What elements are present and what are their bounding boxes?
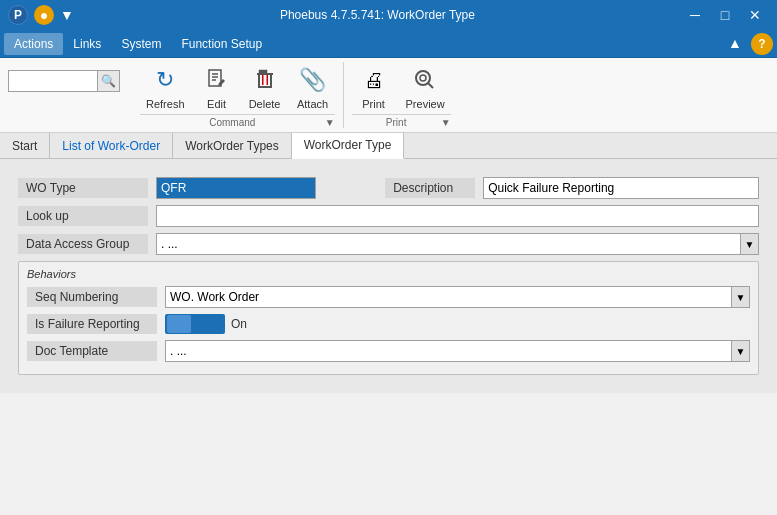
svg-rect-9: [262, 75, 264, 85]
menu-bar: Actions Links System Function Setup ▲ ?: [0, 30, 777, 58]
print-icon: 🖨: [358, 64, 390, 96]
doc-template-value: . ...: [170, 344, 727, 358]
seq-numbering-row: Seq Numbering WO. Work Order ▼: [27, 286, 750, 308]
refresh-label: Refresh: [146, 98, 185, 110]
print-button[interactable]: 🖨 Print: [352, 62, 396, 112]
minimize-button[interactable]: ─: [681, 5, 709, 25]
failure-reporting-row: Is Failure Reporting On: [27, 314, 750, 334]
svg-point-12: [420, 75, 426, 81]
breadcrumb-start[interactable]: Start: [0, 133, 50, 159]
lookup-input[interactable]: [156, 205, 759, 227]
data-access-group-dropdown[interactable]: ▼: [741, 233, 759, 255]
preview-button[interactable]: Preview: [400, 62, 451, 112]
maximize-button[interactable]: □: [711, 5, 739, 25]
data-access-group-value: . ...: [161, 237, 736, 251]
menu-item-actions[interactable]: Actions: [4, 33, 63, 55]
refresh-icon: ↻: [149, 64, 181, 96]
svg-rect-8: [258, 86, 272, 88]
preview-icon: [409, 64, 441, 96]
title-text: Phoebus 4.7.5.741: WorkOrder Type: [280, 8, 475, 22]
menu-item-links[interactable]: Links: [63, 33, 111, 55]
breadcrumb-list-workorder[interactable]: List of Work-Order: [50, 133, 173, 159]
delete-icon: [249, 64, 281, 96]
close-button[interactable]: ✕: [741, 5, 769, 25]
title-bar-left: P ● ▼: [8, 5, 74, 25]
search-button[interactable]: 🔍: [98, 70, 120, 92]
breadcrumb-workorder-types[interactable]: WorkOrder Types: [173, 133, 292, 159]
menu-item-system[interactable]: System: [111, 33, 171, 55]
refresh-button[interactable]: ↻ Refresh: [140, 62, 191, 112]
seq-numbering-wrapper: WO. Work Order ▼: [165, 286, 750, 308]
edit-button[interactable]: Edit: [195, 62, 239, 112]
toolbar-print-section: 🖨 Print Preview Print ▼: [344, 62, 459, 128]
failure-toggle[interactable]: [165, 314, 225, 334]
command-expand-icon: ▼: [325, 117, 335, 128]
command-label: Command: [140, 117, 325, 128]
doc-template-wrapper: . ... ▼: [165, 340, 750, 362]
menu-bar-right: ▲ ?: [723, 33, 773, 55]
svg-rect-4: [259, 70, 267, 73]
form-panel: WO Type Description Quick Failure Report…: [10, 169, 767, 383]
data-access-group-wrapper: . ... ▼: [156, 233, 759, 255]
search-icon: 🔍: [101, 74, 116, 88]
app-icon-gold: ●: [34, 5, 54, 25]
attach-icon: 📎: [297, 64, 329, 96]
lookup-label: Look up: [18, 206, 148, 226]
search-input[interactable]: [8, 70, 98, 92]
edit-icon: [201, 64, 233, 96]
toggle-state-label: On: [231, 317, 247, 331]
doc-template-row: Doc Template . ... ▼: [27, 340, 750, 362]
behaviors-title: Behaviors: [27, 268, 750, 280]
toggle-thumb: [167, 315, 191, 333]
behaviors-section: Behaviors Seq Numbering WO. Work Order ▼…: [18, 261, 759, 375]
svg-rect-10: [266, 75, 268, 85]
toolbar-command-buttons: ↻ Refresh Edit: [140, 62, 335, 112]
print-label: Print: [362, 98, 385, 110]
title-bar: P ● ▼ Phoebus 4.7.5.741: WorkOrder Type …: [0, 0, 777, 30]
wo-type-input[interactable]: [156, 177, 316, 199]
print-section-label: Print: [352, 117, 441, 128]
attach-button[interactable]: 📎 Attach: [291, 62, 335, 112]
svg-point-11: [416, 71, 430, 85]
collapse-button[interactable]: ▲: [723, 33, 747, 53]
seq-numbering-label: Seq Numbering: [27, 287, 157, 307]
breadcrumb-workorder-type[interactable]: WorkOrder Type: [292, 133, 405, 159]
attach-label: Attach: [297, 98, 328, 110]
toolbar-command-section: ↻ Refresh Edit: [132, 62, 344, 128]
edit-label: Edit: [207, 98, 226, 110]
failure-reporting-label: Is Failure Reporting: [27, 314, 157, 334]
toolbar: 🔍 ↻ Refresh Edit: [0, 58, 777, 133]
seq-numbering-dropdown[interactable]: ▼: [732, 286, 750, 308]
preview-label: Preview: [406, 98, 445, 110]
data-access-group-label: Data Access Group: [18, 234, 148, 254]
lookup-row: Look up: [18, 205, 759, 227]
breadcrumb: Start List of Work-Order WorkOrder Types…: [0, 133, 777, 159]
toolbar-print-buttons: 🖨 Print Preview: [352, 62, 451, 112]
quick-access-icon: ▼: [60, 7, 74, 23]
svg-rect-5: [257, 73, 273, 75]
wo-type-label: WO Type: [18, 178, 148, 198]
seq-numbering-value: WO. Work Order: [170, 290, 727, 304]
doc-template-dropdown[interactable]: ▼: [732, 340, 750, 362]
toggle-container: On: [165, 314, 247, 334]
print-expand-icon: ▼: [441, 117, 451, 128]
description-label: Description: [385, 178, 475, 198]
menu-item-function-setup[interactable]: Function Setup: [171, 33, 272, 55]
delete-button[interactable]: Delete: [243, 62, 287, 112]
doc-template-label: Doc Template: [27, 341, 157, 361]
svg-line-13: [428, 83, 433, 88]
wo-type-row: WO Type Description Quick Failure Report…: [18, 177, 759, 199]
title-controls: ─ □ ✕: [681, 5, 769, 25]
delete-label: Delete: [249, 98, 281, 110]
main-content: WO Type Description Quick Failure Report…: [0, 159, 777, 393]
toolbar-search: 🔍: [8, 70, 120, 92]
app-icon-p: P: [8, 5, 28, 25]
help-button[interactable]: ?: [751, 33, 773, 55]
data-access-group-row: Data Access Group . ... ▼: [18, 233, 759, 255]
description-value: Quick Failure Reporting: [483, 177, 759, 199]
